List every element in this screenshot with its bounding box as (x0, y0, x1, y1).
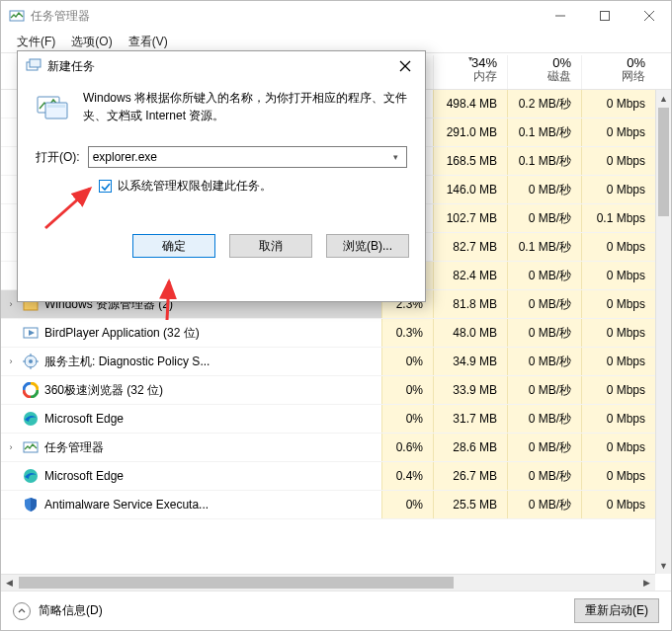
table-row[interactable]: Microsoft Edge0.4%26.7 MB0 MB/秒0 Mbps (1, 462, 671, 491)
cell: 0 Mbps (581, 405, 655, 433)
table-row[interactable]: ›任务管理器0.6%28.6 MB0 MB/秒0 Mbps (1, 434, 671, 462)
menu-view[interactable]: 查看(V) (123, 32, 174, 52)
svg-rect-27 (30, 59, 41, 67)
cell: 0 MB/秒 (507, 348, 581, 375)
cell: 0.1 MB/秒 (507, 233, 581, 261)
cell: 0 Mbps (581, 233, 655, 261)
process-name: 360极速浏览器 (32 位) (44, 382, 163, 399)
cancel-button[interactable]: 取消 (229, 234, 312, 258)
svg-rect-2 (600, 12, 609, 21)
cell: 0 Mbps (581, 290, 655, 318)
restart-button[interactable]: 重新启动(E) (574, 598, 659, 623)
shield-icon (23, 497, 39, 513)
run-dialog-icon (26, 58, 42, 74)
cell: 0.4% (381, 462, 433, 490)
column-header-network[interactable]: 0% 网络 (581, 55, 655, 89)
dialog-description: Windows 将根据你所键入的名称，为你打开相应的程序、文件夹、文档或 Int… (83, 89, 407, 124)
process-name: Antimalware Service Executa... (44, 498, 209, 512)
cell: 0 Mbps (581, 90, 655, 118)
scroll-down-icon[interactable]: ▼ (656, 557, 671, 574)
cell: 82.4 MB (433, 262, 507, 289)
dialog-close-button[interactable] (385, 51, 425, 81)
cell: 82.7 MB (433, 233, 507, 261)
cell: 0 MB/秒 (507, 290, 581, 318)
table-row[interactable]: 360极速浏览器 (32 位)0%33.9 MB0 MB/秒0 Mbps (1, 376, 671, 405)
menubar: 文件(F) 选项(O) 查看(V) (1, 31, 671, 52)
expand-chevron-icon[interactable]: › (5, 299, 17, 309)
cell: 146.0 MB (433, 176, 507, 203)
svc-icon (23, 354, 39, 369)
cell: 0.3% (381, 319, 433, 347)
process-name: Microsoft Edge (44, 412, 124, 426)
admin-checkbox[interactable] (99, 180, 112, 193)
cell: 25.5 MB (433, 491, 507, 518)
cell: 0 Mbps (581, 262, 655, 289)
process-name: 任务管理器 (44, 439, 104, 456)
cell: 0 MB/秒 (507, 319, 581, 347)
column-header-disk[interactable]: 0% 磁盘 (507, 55, 581, 89)
edge-icon (23, 411, 39, 427)
cell: 0 Mbps (581, 176, 655, 203)
dialog-title: 新建任务 (47, 58, 95, 75)
scroll-right-icon[interactable]: ▶ (638, 575, 655, 591)
table-row[interactable]: ›服务主机: Diagnostic Policy S...0%34.9 MB0 … (1, 348, 671, 376)
cell: 0 MB/秒 (507, 405, 581, 433)
scroll-thumb-vertical[interactable] (658, 108, 669, 216)
less-info-toggle[interactable] (13, 602, 31, 620)
edge-icon (23, 468, 39, 484)
column-header-memory[interactable]: ▾ 34% 内存 (433, 55, 507, 89)
footer-bar: 简略信息(D) 重新启动(E) (1, 591, 671, 630)
cell: 0 Mbps (581, 348, 655, 375)
cell: 0 MB/秒 (507, 462, 581, 490)
maximize-button[interactable] (582, 1, 627, 31)
horizontal-scrollbar[interactable]: ◀ ▶ (1, 574, 655, 591)
dialog-titlebar: 新建任务 (18, 51, 425, 81)
taskmgr-icon (23, 439, 39, 455)
cell: 498.4 MB (433, 90, 507, 118)
table-row[interactable]: Microsoft Edge0%31.7 MB0 MB/秒0 Mbps (1, 405, 671, 434)
minimize-button[interactable] (538, 1, 582, 31)
admin-checkbox-label[interactable]: 以系统管理权限创建此任务。 (118, 178, 272, 195)
open-combobox[interactable]: explorer.exe ▾ (88, 146, 407, 168)
cell: 0% (381, 376, 433, 404)
menu-options[interactable]: 选项(O) (65, 32, 118, 52)
close-button[interactable] (627, 1, 671, 31)
cell: 0.1 MB/秒 (507, 118, 581, 146)
cell: 0 MB/秒 (507, 262, 581, 289)
cell: 34.9 MB (433, 348, 507, 375)
open-label: 打开(O): (36, 149, 80, 166)
menu-file[interactable]: 文件(F) (11, 32, 61, 52)
cell: 26.7 MB (433, 462, 507, 490)
task-manager-window: 任务管理器 文件(F) 选项(O) 查看(V) ▾ 34% 内存 0% 磁盘 0… (0, 0, 672, 631)
cell: 0 Mbps (581, 491, 655, 518)
cell: 0 MB/秒 (507, 376, 581, 404)
expand-chevron-icon[interactable]: › (5, 356, 17, 366)
sort-indicator-icon: ▾ (468, 54, 472, 63)
cell: 48.0 MB (433, 319, 507, 347)
vertical-scrollbar[interactable]: ▲ ▼ (655, 90, 671, 574)
cell: 0% (381, 348, 433, 375)
table-row[interactable]: BirdPlayer Application (32 位)0.3%48.0 MB… (1, 319, 671, 348)
cell: 33.9 MB (433, 376, 507, 404)
chevron-down-icon[interactable]: ▾ (389, 152, 402, 162)
cell: 0 Mbps (581, 147, 655, 175)
new-task-dialog: 新建任务 Windows 将根据你所键入的名称，为你打开相应的程序、文件夹、文档… (17, 50, 426, 302)
cell: 0 Mbps (581, 376, 655, 404)
scroll-thumb-horizontal[interactable] (19, 577, 454, 589)
expand-chevron-icon[interactable]: › (5, 442, 17, 452)
cell: 0 MB/秒 (507, 434, 581, 461)
cell: 0% (381, 405, 433, 433)
cell: 31.7 MB (433, 405, 507, 433)
scroll-up-icon[interactable]: ▲ (656, 90, 671, 107)
browse-button[interactable]: 浏览(B)... (326, 234, 409, 258)
run-icon (36, 89, 69, 122)
table-row[interactable]: Antimalware Service Executa...0%25.5 MB0… (1, 491, 671, 519)
scroll-left-icon[interactable]: ◀ (1, 575, 18, 591)
process-name: Microsoft Edge (44, 469, 124, 483)
cell: 168.5 MB (433, 147, 507, 175)
task-manager-icon (9, 8, 25, 24)
less-info-label[interactable]: 简略信息(D) (39, 602, 103, 619)
cell: 0 Mbps (581, 462, 655, 490)
ok-button[interactable]: 确定 (132, 234, 215, 258)
cell: 291.0 MB (433, 118, 507, 146)
